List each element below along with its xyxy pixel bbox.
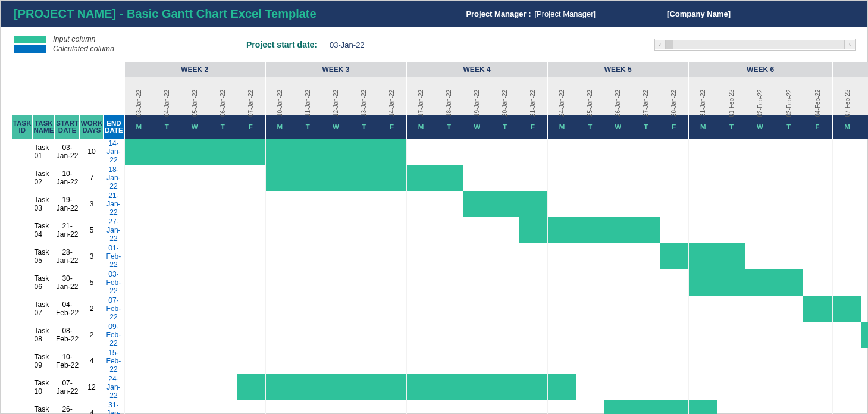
task-name-cell[interactable]: Task 08 <box>32 322 55 348</box>
gantt-cell <box>688 243 717 269</box>
task-name-cell[interactable]: Task 05 <box>32 243 55 269</box>
task-start-cell[interactable]: 10-Jan-22 <box>55 165 79 191</box>
task-workdays-cell[interactable]: 5 <box>80 269 104 296</box>
task-workdays-cell[interactable]: 2 <box>80 296 104 322</box>
company-name[interactable]: [Company Name] <box>667 10 867 18</box>
task-id-cell[interactable] <box>12 400 32 414</box>
gantt-cell <box>265 217 294 243</box>
gantt-cell <box>832 243 861 269</box>
task-name-cell[interactable]: Task 07 <box>32 296 55 322</box>
task-start-cell[interactable]: 07-Jan-22 <box>55 374 79 400</box>
task-start-cell[interactable]: 30-Jan-22 <box>55 269 79 296</box>
task-start-cell[interactable]: 21-Jan-22 <box>55 217 79 243</box>
gantt-cell <box>803 322 832 348</box>
gantt-cell <box>803 269 832 296</box>
legend-calc-label: Calculated column <box>53 45 114 53</box>
table-row[interactable]: Task 0704-Feb-22207-Feb-22 <box>12 296 868 322</box>
task-id-cell[interactable] <box>12 374 32 400</box>
task-start-cell[interactable]: 28-Jan-22 <box>55 243 79 269</box>
table-row[interactable]: Task 0210-Jan-22718-Jan-22 <box>12 165 868 191</box>
task-id-cell[interactable] <box>12 269 32 296</box>
task-workdays-cell[interactable]: 4 <box>80 400 104 414</box>
gantt-cell <box>209 374 237 400</box>
task-end-cell: 24-Jan-22 <box>104 374 124 400</box>
scroll-thumb[interactable] <box>666 40 673 49</box>
task-id-cell[interactable] <box>12 139 32 165</box>
gantt-cell <box>547 191 576 217</box>
gantt-cell <box>435 243 463 269</box>
task-name-cell[interactable]: Task 04 <box>32 217 55 243</box>
dow-header: M <box>265 115 294 139</box>
task-start-cell[interactable]: 04-Feb-22 <box>55 296 79 322</box>
gantt-cell <box>406 269 435 296</box>
gantt-cell <box>519 348 547 374</box>
task-name-cell[interactable]: Task 02 <box>32 165 55 191</box>
task-workdays-cell[interactable]: 10 <box>80 139 104 165</box>
task-id-cell[interactable] <box>12 348 32 374</box>
gantt-cell <box>294 217 322 243</box>
task-end-cell: 14-Jan-22 <box>104 139 124 165</box>
timeline-scrollbar[interactable]: ‹ › <box>654 39 856 51</box>
gantt-cell <box>153 217 181 243</box>
table-row[interactable]: Task 1126-Jan-22431-Jan-22 <box>12 400 868 414</box>
gantt-cell <box>181 191 209 217</box>
task-name-cell[interactable]: Task 03 <box>32 191 55 217</box>
table-row[interactable]: Task 0421-Jan-22527-Jan-22 <box>12 217 868 243</box>
task-name-cell[interactable]: Task 10 <box>32 374 55 400</box>
task-id-cell[interactable] <box>12 217 32 243</box>
start-date-input[interactable]: 03-Jan-22 <box>322 39 372 51</box>
dow-header: F <box>378 115 406 139</box>
scroll-right-button[interactable]: › <box>844 40 855 49</box>
gantt-cell <box>576 400 604 414</box>
task-workdays-cell[interactable]: 4 <box>80 348 104 374</box>
table-row[interactable]: Task 0319-Jan-22321-Jan-22 <box>12 191 868 217</box>
task-start-cell[interactable]: 19-Jan-22 <box>55 191 79 217</box>
task-name-cell[interactable]: Task 06 <box>32 269 55 296</box>
task-workdays-cell[interactable]: 2 <box>80 322 104 348</box>
task-workdays-cell[interactable]: 3 <box>80 243 104 269</box>
task-workdays-cell[interactable]: 3 <box>80 191 104 217</box>
table-row[interactable]: Task 0528-Jan-22301-Feb-22 <box>12 243 868 269</box>
dow-header: W <box>322 115 350 139</box>
gantt-cell <box>237 243 265 269</box>
scroll-track[interactable] <box>666 40 844 49</box>
table-row[interactable]: Task 0808-Feb-22209-Feb-22 <box>12 322 868 348</box>
table-row[interactable]: Task 0910-Feb-22415-Feb-22 <box>12 348 868 374</box>
table-row[interactable]: Task 0103-Jan-221014-Jan-22 <box>12 139 868 165</box>
task-id-cell[interactable] <box>12 191 32 217</box>
task-name-cell[interactable]: Task 09 <box>32 348 55 374</box>
date-header: 04-Jan-22 <box>153 77 181 115</box>
table-row[interactable]: Task 0630-Jan-22503-Feb-22 <box>12 269 868 296</box>
task-id-cell[interactable] <box>12 243 32 269</box>
task-name-cell[interactable]: Task 11 <box>32 400 55 414</box>
gantt-cell <box>350 296 378 322</box>
gantt-cell <box>745 243 774 269</box>
task-start-cell[interactable]: 26-Jan-22 <box>55 400 79 414</box>
pm-value[interactable]: [Project Manager] <box>534 10 667 18</box>
dow-header: T <box>350 115 378 139</box>
task-workdays-cell[interactable]: 12 <box>80 374 104 400</box>
table-row[interactable]: Task 1007-Jan-221224-Jan-22 <box>12 374 868 400</box>
gantt-cell <box>153 191 181 217</box>
task-name-cell[interactable]: Task 01 <box>32 139 55 165</box>
task-start-cell[interactable]: 08-Feb-22 <box>55 322 79 348</box>
gantt-cell <box>745 374 774 400</box>
task-id-cell[interactable] <box>12 322 32 348</box>
date-header: 07-Feb-22 <box>832 77 861 115</box>
task-workdays-cell[interactable]: 7 <box>80 165 104 191</box>
task-workdays-cell[interactable]: 5 <box>80 217 104 243</box>
gantt-cell <box>832 191 861 217</box>
scroll-left-button[interactable]: ‹ <box>655 40 666 49</box>
task-id-cell[interactable] <box>12 296 32 322</box>
gantt-cell <box>237 400 265 414</box>
task-start-cell[interactable]: 10-Feb-22 <box>55 348 79 374</box>
task-id-cell[interactable] <box>12 165 32 191</box>
task-start-cell[interactable]: 03-Jan-22 <box>55 139 79 165</box>
gantt-cell <box>181 217 209 243</box>
gantt-cell <box>491 165 519 191</box>
gantt-cell <box>803 348 832 374</box>
gantt-cell <box>124 348 153 374</box>
gantt-cell <box>632 374 660 400</box>
gantt-cell <box>322 191 350 217</box>
date-header: 28-Jan-22 <box>660 77 688 115</box>
